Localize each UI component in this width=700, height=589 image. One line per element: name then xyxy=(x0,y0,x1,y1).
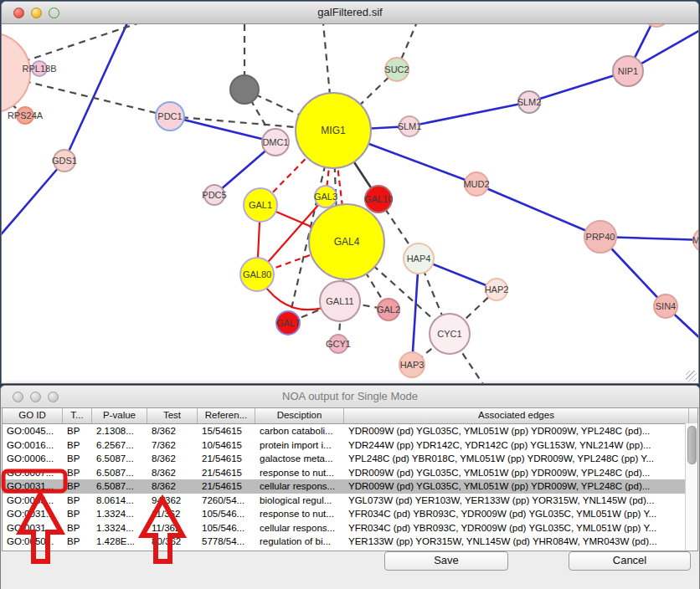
node-label-GCY1: GCY1 xyxy=(326,339,351,349)
cell-test: 8/362 xyxy=(147,452,198,466)
cell-reference: 21/54615 xyxy=(198,479,255,494)
cell-go_id: GO:0031... xyxy=(3,479,63,494)
cell-desciption: response to nut... xyxy=(255,466,344,480)
cell-type: BP xyxy=(63,535,92,549)
column-header-associated_edges[interactable]: Associated edges xyxy=(344,408,689,423)
cell-associated_edges: YDR009W (pd) YGL035C, YML051W (pp) YDR00… xyxy=(344,466,689,480)
node-label-SLM2: SLM2 xyxy=(517,97,542,107)
cell-p_value: 1.3324... xyxy=(92,521,147,535)
table-row[interactable]: GO:0065...BP8.0614...94/3627260/54...bio… xyxy=(3,494,697,508)
cell-type: BP xyxy=(63,424,92,438)
node-label-GAL1: GAL1 xyxy=(249,200,272,210)
cell-associated_edges: YFR034C (pd) YBR093C, YDR009W (pd) YGL03… xyxy=(344,521,689,535)
cell-associated_edges: YER133W (pp) YOR315W, YNL145W (pd) YHR08… xyxy=(344,535,689,549)
cell-desciption: carbon cataboli... xyxy=(255,424,344,438)
column-header-type[interactable]: T... xyxy=(63,408,92,423)
cell-test: 11/362 xyxy=(147,507,198,521)
table-row[interactable]: GO:0006...BP6.5087...8/36221/54615galact… xyxy=(3,452,697,466)
table-row[interactable]: GO:0031...BP1.3324...11/362105/546...res… xyxy=(3,507,697,521)
cell-go_id: GO:0065... xyxy=(3,494,63,508)
save-button[interactable]: Save xyxy=(384,551,508,571)
node-label-MUD2: MUD2 xyxy=(463,179,489,189)
cell-reference: 21/54615 xyxy=(198,466,255,480)
table-header: GO IDT...P-valueTestReferen...Desciption… xyxy=(3,408,697,424)
cell-type: BP xyxy=(63,494,92,508)
cell-type: BP xyxy=(63,466,92,480)
table-row[interactable]: GO:0031...BP1.3324...11/362105/546...cel… xyxy=(3,521,697,535)
cell-associated_edges: YDR244W (pp) YDR142C, YDR142C (pp) YGL15… xyxy=(344,438,689,453)
cell-associated_edges: YDR009W (pd) YGL035C, YML051W (pp) YDR00… xyxy=(344,424,689,438)
cell-go_id: GO:0016... xyxy=(3,438,63,453)
cell-desciption: protein import i... xyxy=(255,438,344,453)
cell-type: BP xyxy=(63,507,92,521)
cell-reference: 5778/54... xyxy=(198,535,255,549)
table-row[interactable]: GO:0031...BP6.5087...8/36221/54615cellul… xyxy=(3,479,697,494)
node-label-PRP40: PRP40 xyxy=(586,232,615,242)
cell-type: BP xyxy=(63,479,92,494)
network-titlebar[interactable]: galFiltered.sif xyxy=(2,2,698,24)
cell-reference: 15/54615 xyxy=(198,424,255,438)
cell-test: 8/362 xyxy=(147,479,198,494)
node-label-HAP4: HAP4 xyxy=(407,254,431,264)
column-header-p_value[interactable]: P-value xyxy=(92,408,147,423)
cell-go_id: GO:0007... xyxy=(3,466,63,480)
node-unnamed-gray[interactable] xyxy=(230,75,259,104)
resize-grip[interactable] xyxy=(686,371,697,382)
node-top-right-node[interactable] xyxy=(644,24,669,27)
edge-blue[interactable] xyxy=(2,161,64,243)
cell-go_id: GO:0031... xyxy=(3,507,63,521)
cell-reference: 7260/54... xyxy=(198,494,255,508)
cell-type: BP xyxy=(63,438,92,453)
cell-test: 8/362 xyxy=(147,424,198,438)
network-canvas[interactable]: RPL18BRPS24AGDS1PDC1MIG1SUC2SLM1SLM2NIP1… xyxy=(2,24,698,383)
noa-titlebar[interactable]: NOA output for Single Mode xyxy=(1,386,699,408)
vertical-scrollbar[interactable] xyxy=(685,423,697,551)
node-label-PDC5: PDC5 xyxy=(202,190,226,200)
table-row[interactable]: GO:0016...BP6.2567...7/36210/54615protei… xyxy=(3,438,697,453)
cell-type: BP xyxy=(63,521,92,535)
column-header-reference[interactable]: Referen... xyxy=(198,408,255,423)
cell-test: 11/362 xyxy=(147,521,198,535)
edge-blue[interactable] xyxy=(412,259,419,365)
noa-output-window: NOA output for Single Mode GO IDT...P-va… xyxy=(0,385,700,589)
cell-desciption: galactose meta... xyxy=(255,452,344,466)
table-row[interactable]: GO:0007...BP6.5087...8/36221/54615respon… xyxy=(3,466,697,480)
network-window: galFiltered.sif RPL18BRPS24AGDS1PDC1MIG1… xyxy=(1,1,699,384)
cancel-button[interactable]: Cancel xyxy=(569,551,691,571)
node-label-GAL2: GAL2 xyxy=(377,305,400,315)
cell-p_value: 6.5087... xyxy=(92,466,147,480)
cell-p_value: 8.0614... xyxy=(92,494,147,508)
cell-test: 80/362 xyxy=(147,535,198,549)
scrollbar-thumb[interactable] xyxy=(687,426,697,464)
table-row[interactable]: GO:0045...BP2.1308...8/36215/54615carbon… xyxy=(3,424,697,438)
edge-blue[interactable] xyxy=(476,184,600,237)
node-label-SIN4: SIN4 xyxy=(656,301,676,311)
node-label-GAL4: GAL4 xyxy=(334,236,360,248)
column-header-go_id[interactable]: GO ID xyxy=(3,408,63,423)
cell-desciption: cellular respons... xyxy=(255,479,344,494)
cell-associated_edges: YDR009W (pd) YGL035C, YML051W (pp) YDR00… xyxy=(344,479,689,494)
network-graph: RPL18BRPS24AGDS1PDC1MIG1SUC2SLM1SLM2NIP1… xyxy=(2,24,698,383)
cell-p_value: 1.3324... xyxy=(92,507,147,521)
window-title: galFiltered.sif xyxy=(2,6,698,18)
cell-associated_edges: YFR034C (pd) YBR093C, YDR009W (pd) YGL03… xyxy=(344,507,689,521)
node-label-RPL18B: RPL18B xyxy=(23,64,57,74)
column-header-test[interactable]: Test xyxy=(147,408,198,423)
node-label-GAL7: GAL7 xyxy=(276,318,300,328)
cell-reference: 21/54615 xyxy=(198,452,255,466)
column-header-desciption[interactable]: Desciption xyxy=(255,408,344,423)
node-label-RPS24A: RPS24A xyxy=(8,110,44,120)
node-label-PDC1: PDC1 xyxy=(157,111,182,121)
cell-p_value: 6.5087... xyxy=(92,452,147,466)
node-label-GDS1: GDS1 xyxy=(52,156,77,166)
cell-desciption: response to nut... xyxy=(255,507,344,521)
cell-go_id: GO:0045... xyxy=(3,424,63,438)
window-title: NOA output for Single Mode xyxy=(1,390,699,402)
cell-reference: 10/54615 xyxy=(198,438,255,453)
cell-p_value: 6.5087... xyxy=(92,479,147,494)
cell-reference: 105/546... xyxy=(198,507,255,521)
node-label-NIP1: NIP1 xyxy=(618,66,638,76)
node-label-HAP2: HAP2 xyxy=(485,284,509,294)
edge-blue[interactable] xyxy=(409,102,529,126)
table-row[interactable]: GO:0050...BP1.428E...80/3625778/54...reg… xyxy=(3,535,697,549)
